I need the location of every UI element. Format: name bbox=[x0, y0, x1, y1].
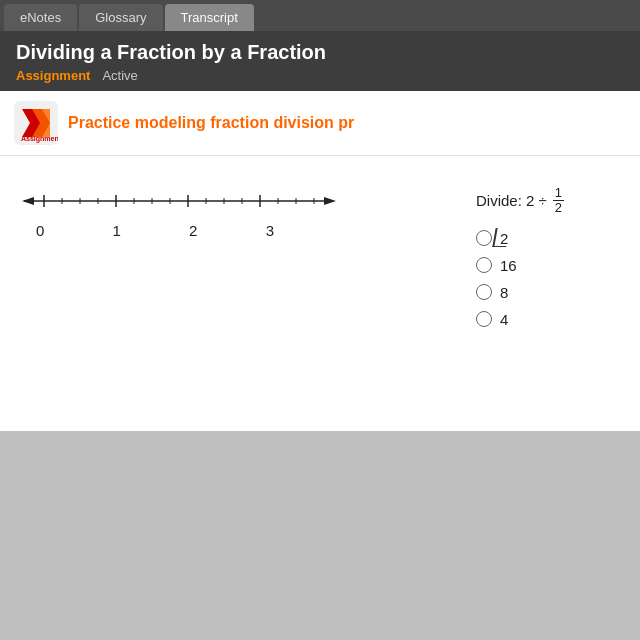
number-line-section: 0 1 2 3 Divide: 2 ÷ 1 2 bbox=[0, 156, 640, 338]
tab-glossary[interactable]: Glossary bbox=[79, 4, 162, 31]
page-header: Dividing a Fraction by a Fraction Assign… bbox=[0, 31, 640, 91]
svg-marker-6 bbox=[22, 197, 34, 205]
answer-option-1[interactable]: 2 bbox=[476, 230, 626, 247]
card-header: Assignment Practice modeling fraction di… bbox=[0, 91, 640, 156]
assignment-badge: Assignment bbox=[16, 68, 90, 83]
question-section: Divide: 2 ÷ 1 2 2 16 bbox=[466, 176, 626, 328]
radio-1[interactable] bbox=[476, 230, 492, 246]
svg-text:Assignment: Assignment bbox=[21, 135, 58, 143]
page-title: Dividing a Fraction by a Fraction bbox=[16, 41, 624, 64]
card-header-title: Practice modeling fraction division pr bbox=[68, 114, 354, 132]
active-badge: Active bbox=[102, 68, 137, 83]
svg-marker-5 bbox=[324, 197, 336, 205]
number-label-3: 3 bbox=[266, 222, 274, 239]
question-text: Divide: 2 ÷ 1 2 bbox=[476, 186, 626, 216]
fraction: 1 2 bbox=[553, 186, 564, 216]
number-line-svg bbox=[14, 186, 344, 216]
assignment-logo-icon: Assignment bbox=[14, 101, 58, 145]
radio-4[interactable] bbox=[476, 311, 492, 327]
bottom-area bbox=[0, 431, 640, 640]
content-card: Assignment Practice modeling fraction di… bbox=[0, 91, 640, 431]
tab-enotes[interactable]: eNotes bbox=[4, 4, 77, 31]
radio-2[interactable] bbox=[476, 257, 492, 273]
number-label-2: 2 bbox=[189, 222, 197, 239]
tab-bar: eNotes Glossary Transcript bbox=[0, 0, 640, 31]
header-meta: Assignment Active bbox=[16, 68, 624, 83]
number-label-0: 0 bbox=[36, 222, 44, 239]
answer-option-3[interactable]: 8 bbox=[476, 284, 626, 301]
radio-3[interactable] bbox=[476, 284, 492, 300]
number-line-container: 0 1 2 3 bbox=[14, 176, 446, 239]
answer-options: 2 16 8 4 bbox=[476, 230, 626, 328]
answer-option-4[interactable]: 4 bbox=[476, 311, 626, 328]
number-label-1: 1 bbox=[113, 222, 121, 239]
main-content: Assignment Practice modeling fraction di… bbox=[0, 91, 640, 635]
answer-option-2[interactable]: 16 bbox=[476, 257, 626, 274]
tab-transcript[interactable]: Transcript bbox=[165, 4, 254, 31]
